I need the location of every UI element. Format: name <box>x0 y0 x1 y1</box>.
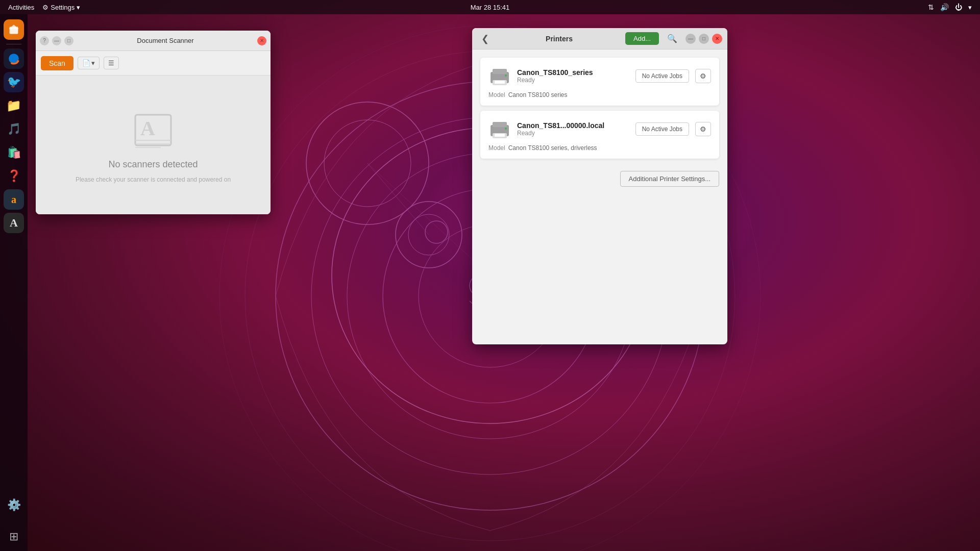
printers-body: Canon_TS8100_series Ready No Active Jobs… <box>472 49 727 167</box>
scanner-maximize-button[interactable]: □ <box>64 36 74 45</box>
printers-window-title: Printers <box>497 35 621 43</box>
desktop: Activities ⚙ Settings ▾ Mar 28 15:41 ⇅ 🔊… <box>0 0 980 551</box>
no-scanners-hint: Please check your scanner is connected a… <box>76 176 231 183</box>
printer-2-gear-icon: ⚙ <box>700 125 706 133</box>
svg-point-10 <box>396 202 462 268</box>
svg-point-11 <box>408 214 449 255</box>
activities-button[interactable]: Activities <box>8 4 34 11</box>
printer-1-model-label: Model <box>488 91 505 98</box>
printer-1-gear-icon: ⚙ <box>700 72 706 80</box>
printer-1-model-value: Canon TS8100 series <box>508 91 568 98</box>
svg-rect-35 <box>495 81 505 84</box>
printers-maximize-button[interactable]: □ <box>699 34 709 44</box>
dropdown-arrow-icon: ▾ <box>91 59 95 67</box>
no-scanner-icon: A <box>130 107 176 153</box>
dock-item-help[interactable]: ❓ <box>4 166 24 186</box>
printers-close-button[interactable]: ✕ <box>712 34 722 44</box>
svg-rect-38 <box>493 122 507 127</box>
dock-item-files[interactable]: 📁 <box>4 95 24 116</box>
printer-1-name: Canon_TS8100_series <box>517 68 629 77</box>
printers-titlebar: ❮ Printers Add... 🔍 — □ ✕ <box>472 28 727 49</box>
dock-item-software[interactable]: 🛍️ <box>4 142 24 163</box>
scanner-help-button[interactable]: ? <box>40 36 49 45</box>
svg-point-6 <box>324 120 411 207</box>
printers-window: ❮ Printers Add... 🔍 — □ ✕ <box>472 28 727 344</box>
svg-point-36 <box>505 74 507 77</box>
dock-item-font-viewer[interactable]: A <box>4 213 24 233</box>
list-icon: ☰ <box>108 59 114 67</box>
printer-1-status: Ready <box>517 77 629 84</box>
dock-item-show-apps[interactable]: ⊞ <box>4 527 24 547</box>
settings-chevron-icon: ▾ <box>77 4 80 11</box>
dock-item-thunderbird[interactable]: 🐦 <box>4 72 24 92</box>
printers-back-button[interactable]: ❮ <box>477 31 493 46</box>
printer-card-2: Canon_TS81...00000.local Ready No Active… <box>480 111 719 159</box>
scanner-window: ? — □ Document Scanner ✕ Scan 📄 ▾ ☰ A <box>36 31 271 214</box>
printers-add-button[interactable]: Add... <box>625 32 659 45</box>
printer-2-icon <box>488 118 511 140</box>
printer-2-info: Canon_TS81...00000.local Ready <box>517 121 629 137</box>
back-icon: ❮ <box>481 34 489 44</box>
printers-search-button[interactable]: 🔍 <box>663 32 681 45</box>
svg-rect-33 <box>493 69 507 74</box>
no-scanners-title: No scanners detected <box>108 159 198 170</box>
svg-line-17 <box>368 163 429 235</box>
printer-2-model-value: Canon TS8100 series, driverless <box>508 144 597 152</box>
network-icon[interactable]: ⇅ <box>928 3 934 11</box>
printer-2-settings-button[interactable]: ⚙ <box>695 122 711 136</box>
printer-2-top: Canon_TS81...00000.local Ready No Active… <box>488 118 711 140</box>
scanner-body: A No scanners detected Please check your… <box>36 76 271 214</box>
datetime-display: Mar 28 15:41 <box>471 4 510 11</box>
printer-2-bottom: Model Canon TS8100 series, driverless <box>488 144 711 152</box>
printer-1-top: Canon_TS8100_series Ready No Active Jobs… <box>488 65 711 87</box>
scanner-doc-type-button[interactable]: 📄 ▾ <box>78 57 100 69</box>
printer-2-model-label: Model <box>488 144 505 152</box>
svg-line-19 <box>368 163 490 276</box>
printers-minimize-button[interactable]: — <box>685 34 696 44</box>
printer-2-name: Canon_TS81...00000.local <box>517 121 629 130</box>
printer-1-bottom: Model Canon TS8100 series <box>488 91 711 98</box>
printers-footer: Additional Printer Settings... <box>472 167 727 195</box>
dock-item-amazon[interactable]: a <box>4 189 24 210</box>
printer-1-icon <box>488 65 511 87</box>
dock-item-settings[interactable]: ⚙️ <box>4 495 24 515</box>
scanner-toolbar: Scan 📄 ▾ ☰ <box>36 51 271 76</box>
additional-printer-settings-button[interactable]: Additional Printer Settings... <box>620 171 719 187</box>
settings-menu[interactable]: ⚙ Settings ▾ <box>42 4 80 11</box>
scanner-close-button[interactable]: ✕ <box>257 36 266 45</box>
settings-gear-icon: ⚙ <box>42 4 48 11</box>
printer-2-no-jobs-button[interactable]: No Active Jobs <box>635 122 689 136</box>
scanner-list-view-button[interactable]: ☰ <box>104 57 119 69</box>
printer-1-settings-button[interactable]: ⚙ <box>695 69 711 83</box>
dock-separator-1 <box>6 44 21 44</box>
svg-text:A: A <box>140 117 155 140</box>
scanner-minimize-button[interactable]: — <box>52 36 61 45</box>
scanner-window-title: Document Scanner <box>77 37 254 44</box>
scan-button[interactable]: Scan <box>41 56 74 70</box>
topbar: Activities ⚙ Settings ▾ Mar 28 15:41 ⇅ 🔊… <box>0 0 980 14</box>
printer-1-info: Canon_TS8100_series Ready <box>517 68 629 84</box>
svg-point-41 <box>505 128 507 130</box>
scanner-titlebar: ? — □ Document Scanner ✕ <box>36 31 271 51</box>
search-icon: 🔍 <box>667 34 677 43</box>
system-menu-chevron[interactable]: ▾ <box>968 4 972 11</box>
dock: 🐦 📁 🎵 🛍️ ❓ a A ⚙️ ⊞ <box>0 14 28 551</box>
document-icon: 📄 <box>82 59 90 67</box>
printer-card-1: Canon_TS8100_series Ready No Active Jobs… <box>480 58 719 106</box>
svg-rect-40 <box>495 134 505 137</box>
volume-icon[interactable]: 🔊 <box>940 3 949 11</box>
dock-item-firefox[interactable] <box>4 48 24 69</box>
dock-item-rhythmbox[interactable]: 🎵 <box>4 119 24 139</box>
svg-point-5 <box>306 102 429 224</box>
power-icon[interactable]: ⏻ <box>955 3 962 11</box>
printer-1-no-jobs-button[interactable]: No Active Jobs <box>635 69 689 83</box>
svg-point-14 <box>425 221 448 243</box>
dock-item-home[interactable] <box>4 19 24 40</box>
printer-2-status: Ready <box>517 130 629 137</box>
